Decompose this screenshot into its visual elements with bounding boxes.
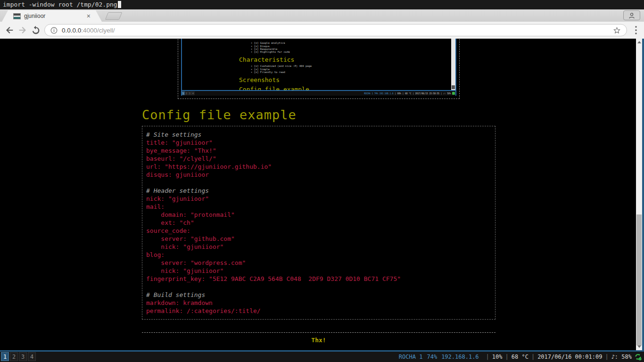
code-line: nick: "gjuniioor" [146,243,491,251]
profile-icon [628,12,635,19]
profile-button[interactable] [623,10,640,20]
code-line: domain: "protonmail" [146,211,491,219]
updates-tray-icon[interactable] [635,354,642,361]
mini-heading-screenshots: Screenshots [239,76,280,83]
reload-button[interactable] [31,25,41,35]
footer-divider [142,332,495,333]
code-line: blog: [146,251,491,259]
mini-heading-characteristics: Characteristics [239,56,294,63]
code-line: disqus: gjuniioor [146,171,491,179]
new-tab-button[interactable] [105,12,122,20]
page-viewport: Features [x] Google analytics[x] Disqus[… [0,39,642,350]
back-button[interactable] [4,25,15,35]
workspace-button-2: 2 [185,91,188,95]
workspace-button-1[interactable]: 1 [1,352,9,361]
scroll-up-arrow[interactable] [637,41,641,43]
code-line: baseurl: "/clyell/" [146,155,491,163]
tab-title: gjuniioor [24,13,84,19]
status-segment: 192.168.1.6 [441,354,479,360]
code-block: # Site settingstitle: "gjuniioor"bye_mes… [142,126,495,320]
forward-button[interactable] [17,25,28,35]
status-segment: 68 °C [512,354,528,360]
terminal-cursor [118,1,121,8]
code-line [146,283,491,291]
code-line: # Build settings [146,291,491,299]
code-line: bye_message: "Thx!" [146,147,491,155]
workspace-button-1: 1 [182,91,185,95]
code-line: nick: "gjuniioor" [146,195,491,203]
workspace-button-2[interactable]: 2 [10,352,18,361]
tab-close-icon[interactable]: × [87,13,91,19]
status-segment: ROCHA 1 [399,354,423,360]
code-line: ext: "ch" [146,219,491,227]
status-bar: 1234 ROCHA 174%192.168.1.6|10%|68 °C|201… [0,352,644,362]
url-path: :4000/clyell/ [81,27,115,34]
tab-gjuniioor[interactable]: gjuniioor × [2,10,102,22]
page-heading: Config file example [142,107,297,122]
workspace-switcher: 1234 [1,352,37,361]
bookmark-star-icon[interactable] [613,26,621,34]
status-separator: | [531,354,535,360]
list-item: [x] Customized (and nice :P) 404 page [251,65,312,67]
status-segment: 74% [427,354,437,360]
list-item: [x] Google analytics [251,41,290,44]
status-separator: | [605,354,608,360]
status-segment: 10% [492,354,503,360]
mini-scroll-thumb [452,85,455,89]
workspace-button-3: 3 [188,91,191,95]
page-info-icon[interactable] [50,27,58,34]
code-line: server: "wordpress.com" [146,259,491,267]
window-border-right [642,39,644,352]
scroll-down-arrow[interactable] [637,346,641,348]
url-host: 0.0.0.0 [62,27,81,34]
mini-scrollbar [451,39,455,90]
code-line: source_code: [146,227,491,235]
terminal-bar[interactable]: import -window root /tmp/02.png [0,0,644,9]
terminal-command: import -window root /tmp/02.png [3,1,117,8]
code-line: # Site settings [146,131,491,139]
status-segment: ♪: 58% [611,354,632,360]
code-line: mail: [146,203,491,211]
footer-message: Thx! [142,337,495,344]
status-separator: | [505,354,509,360]
code-line: nick: "gjuniioor" [146,267,491,275]
code-line [146,179,491,187]
mini-characteristics-list: [x] Customized (and nice :P) 404 page[x]… [251,65,312,74]
code-line: markdown: kramdown [146,299,491,307]
status-separator: | [486,354,489,360]
browser-toolbar: 0.0.0.0:4000/clyell/ [0,22,644,39]
mini-features-list: [x] Google analytics[x] Disqus[x] Respon… [251,41,290,54]
menu-dots-icon[interactable] [633,25,639,35]
tab-bar: gjuniioor × [0,9,644,22]
mini-updates-icon [452,92,455,95]
code-line: fingerprint_key: "5E12 9ABC C2A9 564B C0… [146,275,491,283]
mini-status-white: | 00% | 68 °C | 2017/06/15 23:58:55 | ♪:… [393,92,451,95]
code-line: permalink: /:categories/:title/ [146,307,491,315]
code-line: # Header settings [146,187,491,195]
mini-status-info: ROCHA 1 74% 192.168.1.6 | 00% | 68 °C | … [364,91,451,96]
mini-status-blue: ROCHA 1 74% 192.168.1.6 [364,92,393,95]
status-segment: 2017/06/16 00:01:09 [537,354,602,360]
code-line: server: "github.com" [146,235,491,243]
status-info: ROCHA 174%192.168.1.6|10%|68 °C|2017/06/… [399,352,632,362]
mini-statusbar: 1234 ROCHA 1 74% 192.168.1.6 | 00% | 68 … [181,90,456,96]
code-line: title: "gjuniioor" [146,139,491,147]
list-item: [x] Friendly to read [251,71,312,74]
code-line: url: "https://gjuniioor.github.io" [146,163,491,171]
mini-workspaces: 1234 [182,91,195,95]
workspace-button-3[interactable]: 3 [19,352,27,361]
browser-scrollbar[interactable] [636,39,642,350]
list-item: [x] Highlights for code [251,50,290,53]
workspace-button-4: 4 [191,91,195,95]
mini-desktop-screenshot: Features [x] Google analytics[x] Disqus[… [181,39,456,96]
embedded-screenshot-figure[interactable]: Features [x] Google analytics[x] Disqus[… [178,39,460,99]
workspace-button-4[interactable]: 4 [28,352,36,361]
browser-window: gjuniioor × 0.0.0.0:4000/clyell/ [0,9,644,352]
scroll-thumb[interactable] [636,214,642,346]
tab-favicon [13,13,21,19]
url-bar[interactable]: 0.0.0.0:4000/clyell/ [44,24,627,36]
